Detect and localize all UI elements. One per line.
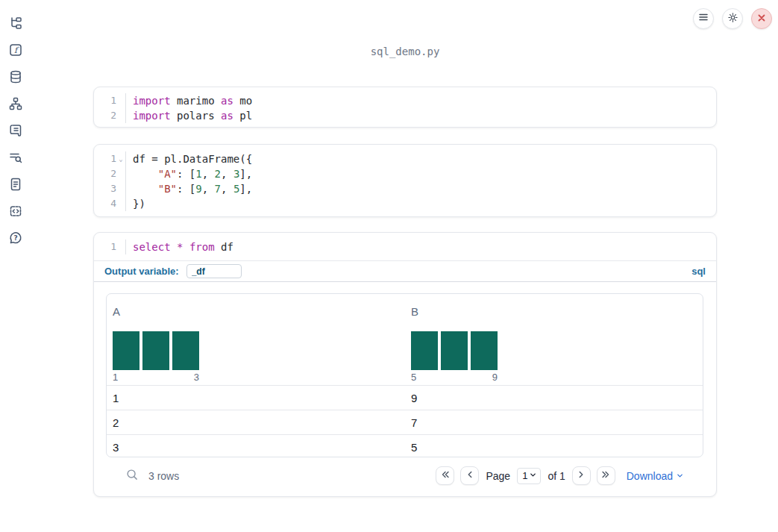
code-token: }): [133, 198, 145, 210]
code-token: ],: [239, 168, 252, 180]
code-token: "A": [158, 168, 177, 180]
fold-gutter: [116, 240, 125, 254]
sidebar-item-snippets[interactable]: [7, 204, 25, 222]
shutdown-button[interactable]: [751, 8, 772, 29]
column-histogram: 5 9: [411, 331, 498, 383]
output-variable-input[interactable]: [186, 264, 242, 278]
code-line: 3 "B": [9, 7, 5],: [94, 181, 716, 196]
code-token: ,: [202, 168, 215, 180]
histogram-bar: [172, 331, 199, 370]
table-row[interactable]: 19: [107, 385, 703, 410]
line-number: 2: [94, 166, 116, 181]
download-label: Download: [627, 470, 673, 482]
notebook-filename[interactable]: sql_demo.py: [93, 46, 717, 57]
svg-text:f: f: [14, 46, 19, 55]
code-text: }): [125, 196, 145, 211]
code-line: 1import marimo as mo: [94, 93, 716, 108]
histogram-bar: [113, 331, 139, 370]
logs-icon: [8, 150, 23, 168]
code-token: marimo: [171, 95, 221, 107]
sql-editor[interactable]: 1select * from df: [94, 233, 716, 261]
sidebar-item-logs[interactable]: [7, 150, 25, 168]
code-token: ,: [221, 168, 233, 180]
table-cell: 3: [107, 441, 405, 454]
code-text: import polars as pl: [125, 108, 252, 123]
code-token: import: [133, 95, 171, 107]
page-select[interactable]: 1: [517, 468, 541, 484]
fold-gutter: [116, 108, 125, 123]
sidebar-item-datasources[interactable]: [7, 69, 25, 87]
datasources-icon: [8, 69, 23, 87]
histogram-bar: [471, 331, 498, 370]
fold-chevron-icon[interactable]: ⌄: [116, 151, 125, 166]
code-token: as: [221, 95, 233, 107]
histogram-min-label: 5: [411, 372, 416, 383]
code-text: df = pl.DataFrame({: [125, 151, 252, 166]
sidebar-item-help[interactable]: ?: [7, 231, 25, 248]
code-token: [133, 168, 158, 180]
code-text: "B": [9, 7, 5],: [125, 181, 252, 196]
functions-icon: f: [8, 43, 23, 60]
histogram-bar: [441, 331, 468, 370]
fold-gutter: [116, 196, 125, 211]
code-text: "A": [1, 2, 3],: [125, 166, 252, 181]
download-button[interactable]: Download: [627, 470, 684, 482]
column-histogram: 1 3: [113, 331, 199, 383]
table-body: 192735: [107, 385, 703, 457]
code-token: from: [189, 241, 215, 253]
code-line: 4}): [94, 196, 716, 211]
code-text: select * from df: [125, 240, 233, 254]
sidebar-item-functions[interactable]: f: [7, 43, 25, 60]
histogram-axis: 1 3: [113, 372, 199, 383]
table-cell: 9: [405, 392, 703, 404]
code-token: as: [221, 110, 233, 122]
pagination: Page 1 of 1: [436, 466, 684, 485]
sidebar-item-documentation[interactable]: [7, 177, 25, 195]
table-cell: 2: [107, 416, 405, 429]
column-header-b[interactable]: B 5 9: [405, 300, 703, 385]
fold-gutter: [116, 93, 125, 108]
settings-button[interactable]: [722, 8, 743, 29]
table-row[interactable]: 27: [107, 410, 703, 434]
histogram-bars: [411, 331, 498, 370]
fold-gutter: [116, 181, 125, 196]
table-footer: 3 rows Page 1: [106, 457, 703, 485]
notebook-menu-button[interactable]: [693, 8, 714, 29]
search-icon: [125, 468, 139, 484]
table-header: A 1 3 B 5 9: [107, 294, 703, 385]
code-editor[interactable]: 1⌄df = pl.DataFrame({2 "A": [1, 2, 3],3 …: [94, 145, 716, 218]
sql-cell-toolbar: Output variable: sql: [94, 261, 716, 282]
sidebar-item-file-explorer[interactable]: [7, 16, 25, 34]
next-page-button[interactable]: [572, 466, 591, 485]
chevron-down-icon: [529, 470, 537, 481]
code-editor[interactable]: 1import marimo as mo2import polars as pl: [94, 87, 716, 128]
code-token: df: [215, 241, 233, 253]
previous-page-button[interactable]: [460, 466, 479, 485]
last-page-button[interactable]: [597, 466, 615, 485]
table-row[interactable]: 35: [107, 434, 703, 457]
search-button[interactable]: [125, 469, 139, 484]
line-number: 1: [94, 93, 116, 108]
code-line: 2 "A": [1, 2, 3],: [94, 166, 716, 181]
code-token: 2: [215, 168, 221, 180]
code-token: 7: [215, 183, 221, 195]
histogram-max-label: 3: [194, 372, 199, 383]
code-token: : [: [177, 168, 195, 180]
column-header-a[interactable]: A 1 3: [107, 300, 405, 385]
code-token: "B": [158, 183, 177, 195]
language-badge: sql: [691, 266, 706, 277]
line-number: 1: [94, 151, 116, 166]
table-cell: 5: [405, 441, 703, 454]
line-number: 1: [94, 240, 116, 254]
dependency-graph-icon: [8, 96, 23, 114]
code-token: ],: [239, 183, 252, 195]
fold-gutter: [116, 166, 125, 181]
sidebar: f: [7, 16, 26, 257]
sidebar-item-scratchpad[interactable]: [7, 123, 25, 141]
documentation-icon: [8, 177, 23, 195]
code-line: 1⌄df = pl.DataFrame({: [94, 151, 716, 166]
chevron-down-icon: [676, 470, 684, 482]
histogram-bar: [142, 331, 169, 370]
first-page-button[interactable]: [436, 466, 454, 485]
sidebar-item-dependency-graph[interactable]: [7, 96, 25, 114]
